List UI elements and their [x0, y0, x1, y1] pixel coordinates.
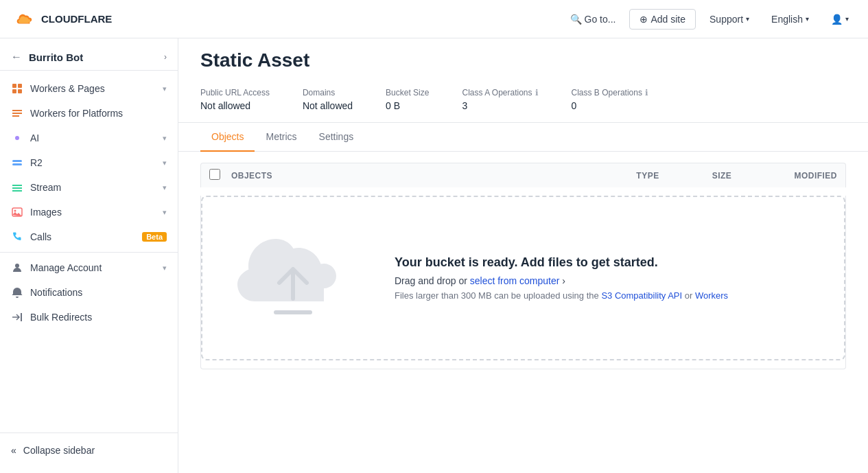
cloudflare-logo[interactable]: CLOUDFLARE	[11, 11, 112, 27]
domains-info: Domains Not allowed	[303, 88, 353, 111]
main-content: Static Asset Public URL Access Not allow…	[178, 38, 868, 473]
info-bar: Public URL Access Not allowed Domains No…	[178, 77, 868, 123]
language-button[interactable]: English ▾	[763, 10, 817, 29]
sidebar: ← Burrito Bot › Workers & Pages ▾ Worker…	[0, 38, 178, 473]
sidebar-item-manage-account[interactable]: Manage Account ▾	[0, 255, 178, 280]
upload-content: Your bucket is ready. Add files to get s…	[395, 255, 822, 301]
sidebar-item-workers-platforms[interactable]: Workers for Platforms	[0, 101, 178, 126]
manage-account-icon	[11, 262, 23, 274]
col-header-objects: Objects	[231, 171, 601, 181]
svg-rect-2	[12, 89, 16, 93]
sidebar-footer: « Collapse sidebar	[0, 432, 178, 468]
upload-icon-wrapper	[224, 233, 362, 323]
domains-value: Not allowed	[303, 100, 353, 111]
tab-objects[interactable]: Objects	[200, 123, 255, 152]
workers-platforms-icon	[11, 107, 23, 119]
objects-table-area: Objects Type Size Modified	[178, 152, 868, 380]
sidebar-item-label: Workers for Platforms	[30, 108, 167, 119]
sidebar-item-label: Images	[30, 207, 156, 218]
svg-rect-6	[12, 163, 22, 165]
stream-icon	[11, 181, 23, 194]
chevron-down-icon: ▾	[806, 15, 809, 23]
workers-pages-icon	[11, 82, 23, 95]
workers-link[interactable]: Workers	[695, 290, 728, 301]
class-b-label: Class B Operations ℹ	[572, 88, 648, 97]
sidebar-item-label: AI	[30, 132, 156, 143]
sidebar-header: ← Burrito Bot ›	[0, 44, 178, 71]
col-header-size: Size	[694, 171, 749, 181]
ai-icon	[11, 132, 23, 144]
tab-metrics[interactable]: Metrics	[255, 123, 307, 152]
select-all-checkbox-wrapper[interactable]	[209, 169, 226, 182]
user-icon: 👤	[831, 14, 843, 25]
upload-title: Your bucket is ready. Add files to get s…	[395, 255, 822, 270]
bucket-title: Static Asset	[178, 38, 868, 77]
svg-point-9	[15, 264, 19, 268]
chevron-down-icon: ▾	[746, 15, 749, 23]
add-site-button[interactable]: ⊕ Add site	[629, 9, 696, 30]
collapse-icon: «	[11, 445, 16, 456]
tab-settings[interactable]: Settings	[308, 123, 365, 152]
svg-rect-0	[12, 84, 16, 88]
sidebar-item-calls[interactable]: Calls Beta	[0, 224, 178, 249]
layout: ← Burrito Bot › Workers & Pages ▾ Worker…	[0, 38, 868, 473]
sidebar-item-workers-pages[interactable]: Workers & Pages ▾	[0, 76, 178, 101]
sidebar-item-ai[interactable]: AI ▾	[0, 126, 178, 150]
svg-point-8	[14, 210, 16, 212]
class-a-value: 3	[462, 100, 538, 111]
user-menu-button[interactable]: 👤 ▾	[823, 10, 857, 29]
sidebar-item-label: Notifications	[30, 287, 167, 298]
class-a-label: Class A Operations ℹ	[462, 88, 538, 97]
bulk-redirects-icon	[11, 311, 23, 323]
sidebar-item-notifications[interactable]: Notifications	[0, 280, 178, 305]
calls-icon	[11, 231, 23, 243]
plus-icon: ⊕	[640, 14, 648, 25]
col-header-type: Type	[607, 171, 689, 181]
chevron-down-icon: ▾	[163, 84, 167, 93]
svg-rect-3	[18, 89, 22, 93]
cloud-upload-icon	[235, 233, 351, 323]
select-from-computer-link[interactable]: select from computer	[470, 275, 560, 286]
account-title: Burrito Bot	[29, 51, 83, 63]
r2-icon	[11, 157, 23, 169]
sidebar-divider	[0, 252, 178, 253]
sidebar-item-r2[interactable]: R2 ▾	[0, 150, 178, 175]
sidebar-item-label: Workers & Pages	[30, 83, 156, 94]
table-body: Your bucket is ready. Add files to get s…	[200, 196, 846, 369]
sidebar-item-bulk-redirects[interactable]: Bulk Redirects	[0, 305, 178, 330]
sidebar-item-label: Stream	[30, 182, 156, 193]
class-a-info: Class A Operations ℹ 3	[462, 88, 538, 111]
goto-button[interactable]: 🔍 Go to...	[562, 10, 624, 29]
public-url-info: Public URL Access Not allowed	[200, 88, 270, 111]
bucket-size-label: Bucket Size	[386, 88, 429, 97]
back-button[interactable]: ←	[11, 51, 22, 63]
chevron-right-icon[interactable]: ›	[164, 52, 167, 62]
brand-area: CLOUDFLARE	[11, 11, 112, 27]
select-all-checkbox[interactable]	[209, 169, 220, 180]
sidebar-item-images[interactable]: Images ▾	[0, 200, 178, 224]
chevron-down-icon: ▾	[163, 208, 167, 217]
public-url-label: Public URL Access	[200, 88, 270, 97]
arrow-icon: ›	[562, 275, 565, 286]
beta-badge: Beta	[142, 232, 167, 242]
upload-dropzone[interactable]: Your bucket is ready. Add files to get s…	[201, 196, 845, 360]
col-header-modified: Modified	[755, 171, 837, 181]
upload-note: Files larger than 300 MB can be uploaded…	[395, 290, 822, 301]
info-icon: ℹ	[535, 88, 539, 97]
info-icon: ℹ	[645, 88, 648, 97]
s3-api-link[interactable]: S3 Compatibility API	[601, 290, 682, 301]
table-header: Objects Type Size Modified	[200, 163, 846, 187]
images-icon	[11, 206, 23, 218]
sidebar-item-stream[interactable]: Stream ▾	[0, 175, 178, 200]
top-navigation: CLOUDFLARE 🔍 Go to... ⊕ Add site Support…	[0, 0, 868, 38]
nav-actions: 🔍 Go to... ⊕ Add site Support ▾ English …	[562, 9, 857, 30]
support-button[interactable]: Support ▾	[701, 10, 758, 29]
class-b-info: Class B Operations ℹ 0	[572, 88, 648, 111]
sidebar-item-label: R2	[30, 157, 156, 168]
sidebar-item-label: Calls	[30, 231, 135, 242]
collapse-sidebar-button[interactable]: « Collapse sidebar	[0, 439, 178, 462]
sidebar-item-label: Bulk Redirects	[30, 312, 167, 323]
notifications-icon	[11, 286, 23, 299]
bucket-size-info: Bucket Size 0 B	[386, 88, 429, 111]
content-tabs: Objects Metrics Settings	[178, 123, 868, 152]
